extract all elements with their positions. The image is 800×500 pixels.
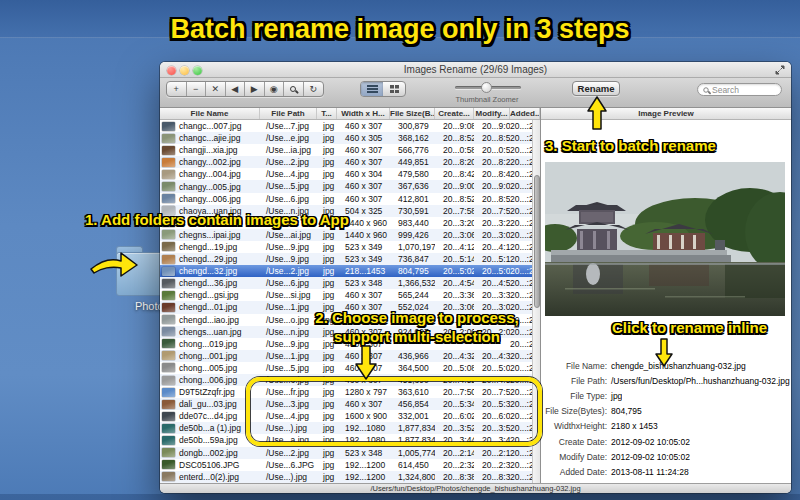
table-row[interactable]: chong...005.jpg/Use...5.jpgjpg460 x 3073… [160,362,540,374]
toolbar-button[interactable]: ▶ [245,82,265,96]
cell-modified: 20...8:20 [474,156,510,168]
cell-modified: 20...3:36 [474,289,510,301]
table-row[interactable]: changc...007.jpg/Use...7.jpgjpg460 x 307… [160,120,540,132]
column-header[interactable]: Width x H... [337,108,390,119]
table-row[interactable]: changc...ajie.jpg/Use...e.jpgjpg460 x 30… [160,132,540,144]
table-row[interactable]: changy...005.jpg/Use...5.jpgjpg460 x 307… [160,180,540,192]
info-value[interactable]: 2012-09-02 10:05:02 [607,452,690,462]
list-view-button[interactable] [361,82,383,96]
file-thumbnail [162,327,175,336]
cell-created: 20...8:42 [435,168,474,180]
rename-button[interactable]: Rename [572,81,620,96]
file-name: chengd...01.jpg [179,301,237,313]
cell-path: /Use...ai.jpg [260,229,317,241]
cell-created: 20...3:20 [435,217,474,229]
column-header[interactable]: Added... [510,108,540,119]
table-row[interactable]: chengd...19.jpg/Use...9.jpgjpg523 x 3491… [160,241,540,253]
toolbar-button[interactable]: ↻ [304,82,324,96]
scrollbar-thumb[interactable] [534,175,540,308]
preview-panel: Image Preview [540,108,791,483]
info-value[interactable]: 2180 x 1453 [607,421,658,431]
table-row[interactable]: changy...002.jpg/Use...2.jpgjpg460 x 307… [160,156,540,168]
file-name: changy...002.jpg [179,156,241,168]
cell-path: /Use...ia.jpg [260,144,317,156]
info-value[interactable]: 2012-09-02 10:05:02 [607,437,690,447]
table-row[interactable]: chengd...29.jpg/Use...9.jpgjpg523 x 3497… [160,253,540,265]
headline-annotation: Batch rename image only in 3 steps [170,14,629,45]
info-label: Added Date: [541,467,607,477]
cell-size: 565,244 [390,289,435,301]
table-row[interactable]: dongb...002.jpg/Use...2.jpgjpg523 x 3481… [160,447,540,459]
table-row[interactable]: chengd...36.jpg/Use...6.jpgjpg523 x 3481… [160,277,540,289]
cell-dim: 460 x 307 [337,144,390,156]
table-row[interactable]: chengd...32.jpg/Use...2.jpgjpg218...1453… [160,265,540,277]
info-value[interactable]: 804,795 [607,406,642,416]
minimize-button[interactable] [180,66,189,75]
cell-created: 20...3:06 [435,229,474,241]
toolbar-button[interactable]: + [167,82,187,96]
info-value[interactable]: jpg [607,391,622,401]
toolbar-button[interactable]: ✕ [206,82,226,96]
file-thumbnail [162,255,175,264]
cell-name: chengs...uan.jpg [160,326,260,338]
info-row: Added Date:2013-08-11 11:24:28 [541,464,791,479]
info-value[interactable]: chengde_bishushanzhuang-032.jpg [607,361,746,371]
cell-dim: 460 x 307 [337,156,390,168]
desktop: Photos Images Rename (29/69 Images) +−✕◀… [0,0,800,500]
file-thumbnail [162,279,175,288]
close-button[interactable] [167,66,176,75]
column-header[interactable]: File Path [260,108,317,119]
toolbar-button[interactable]: ◉ [265,82,285,96]
table-row[interactable]: changy...006.jpg/Use...6.jpgjpg460 x 307… [160,193,540,205]
column-header[interactable]: Modify... [474,108,510,119]
column-header[interactable]: File Name [160,108,260,119]
cell-created: 20...9:08 [435,120,474,132]
toolbar: +−✕◀▶◉↻ Thumbnail Zoomer Rename Search [160,78,791,108]
info-label: WidthxHeight: [541,421,607,431]
cell-type: jpg [317,241,337,253]
cell-name: chong...019.jpg [160,338,260,350]
file-name: dongb...002.jpg [179,447,238,459]
table-row[interactable]: changy...004.jpg/Use...4.jpgjpg460 x 304… [160,168,540,180]
file-thumbnail [162,436,175,445]
file-name: chong...001.jpg [179,350,237,362]
file-thumbnail [162,315,175,324]
cell-type: jpg [317,471,337,483]
resize-icon[interactable] [775,65,785,75]
cell-name: dongb...002.jpg [160,447,260,459]
thumbnail-zoom-slider[interactable] [455,86,521,89]
cell-path: /Use...7.jpg [260,120,317,132]
cell-type: jpg [317,289,337,301]
table-row[interactable]: chegns...ipai.jpg/Use...ai.jpgjpg1440 x … [160,229,540,241]
file-name: D9T5tZzqfr.jpg [179,386,235,398]
column-header[interactable]: File Size(B... [390,108,435,119]
slider-knob[interactable] [481,82,492,93]
table-row[interactable]: changji...xia.jpg/Use...ia.jpgjpg460 x 3… [160,144,540,156]
table-row[interactable]: DSC05106.JPG/Use...6.JPGjpg192...1200614… [160,459,540,471]
table-row[interactable]: chengd...gsi.jpg/Use...si.jpgjpg460 x 30… [160,289,540,301]
magnifier-icon[interactable] [284,82,304,96]
preview-header: Image Preview [541,108,791,120]
search-field[interactable]: Search [697,83,782,96]
cell-path: /Use...4.jpg [260,168,317,180]
toolbar-button[interactable]: ◀ [226,82,246,96]
info-value[interactable]: /Users/fun/Desktop/Ph...hushanzhuang-032… [607,376,790,386]
traffic-lights [167,66,202,75]
cell-created: 20...0:58 [435,144,474,156]
title-bar[interactable]: Images Rename (29/69 Images) [160,62,791,78]
info-label: File Type: [541,391,607,401]
info-value[interactable]: 2013-08-11 11:24:28 [607,467,689,477]
cell-created: 20...8:52 [435,193,474,205]
zoom-button[interactable] [193,66,202,75]
grid-view-button[interactable] [383,82,405,96]
column-header[interactable]: T... [317,108,337,119]
file-name: changji...xia.jpg [179,144,238,156]
cell-modified: 20...4:12 [474,241,510,253]
table-row[interactable]: enterd...0(2).jpg/Use...).jpgjpg192...12… [160,471,540,483]
file-thumbnail [162,267,175,276]
toolbar-button[interactable]: − [187,82,207,96]
column-header[interactable]: Create... [435,108,474,119]
search-placeholder: Search [712,85,739,95]
search-icon [703,87,708,92]
table-row[interactable]: chong...001.jpg/Use...1.jpgjpg460 x 3074… [160,350,540,362]
